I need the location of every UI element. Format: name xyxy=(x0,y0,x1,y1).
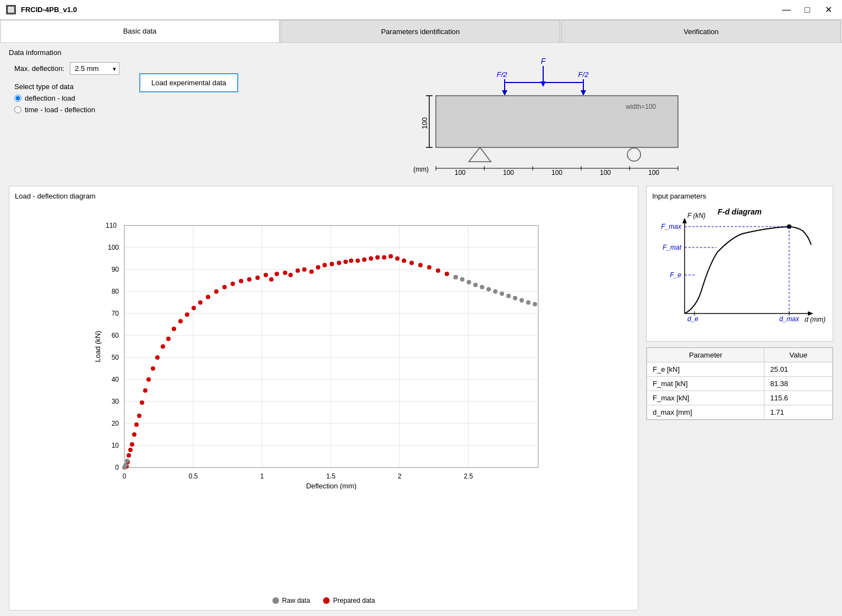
title-bar: 🔲 FRCID-4PB_v1.0 — □ ✕ xyxy=(0,0,842,20)
svg-marker-148 xyxy=(808,311,813,316)
svg-point-118 xyxy=(382,255,386,260)
app-title: FRCID-4PB_v1.0 xyxy=(21,6,77,14)
svg-point-94 xyxy=(214,289,218,294)
radio-time-load-deflection[interactable]: time - load - deflection xyxy=(14,106,119,114)
svg-point-111 xyxy=(337,261,341,265)
svg-point-84 xyxy=(151,366,155,371)
svg-point-88 xyxy=(172,327,176,331)
load-experimental-data-button[interactable]: Load experimental data xyxy=(139,73,238,92)
svg-point-142 xyxy=(526,300,531,305)
svg-point-90 xyxy=(185,312,189,317)
chart-container: Load - deflection diagram xyxy=(9,186,638,610)
svg-point-102 xyxy=(275,272,279,276)
svg-point-106 xyxy=(302,267,307,272)
svg-point-126 xyxy=(445,272,449,276)
data-info-left: Max. deflection: 2.5 mm 3.0 mm 4.0 mm Se… xyxy=(9,62,119,114)
svg-point-107 xyxy=(309,270,314,274)
svg-point-136 xyxy=(486,287,491,292)
beam-svg: F F/2 F/2 10 xyxy=(381,54,700,175)
beam-diagram: F F/2 F/2 10 xyxy=(247,48,833,180)
svg-point-99 xyxy=(255,276,260,280)
param-fmat-label: F_mat [kN] xyxy=(647,377,764,391)
params-table: Parameter Value F_e [kN] 25.01 F_mat [kN… xyxy=(646,347,833,420)
svg-text:F_mat: F_mat xyxy=(663,244,682,251)
svg-text:0: 0 xyxy=(115,464,119,471)
load-btn-area: Load experimental data xyxy=(128,62,238,92)
svg-text:110: 110 xyxy=(106,222,117,229)
svg-point-93 xyxy=(206,295,210,299)
svg-point-139 xyxy=(506,294,511,298)
maximize-button[interactable]: □ xyxy=(799,3,816,16)
svg-point-124 xyxy=(427,265,431,270)
svg-text:100: 100 xyxy=(420,117,429,129)
svg-marker-147 xyxy=(682,218,687,223)
tab-verification[interactable]: Verification xyxy=(561,20,841,42)
svg-point-131 xyxy=(453,275,458,279)
svg-text:100: 100 xyxy=(455,169,466,175)
svg-text:30: 30 xyxy=(112,398,119,405)
svg-text:F: F xyxy=(540,57,546,65)
svg-text:F_max: F_max xyxy=(661,223,682,230)
param-dmax-value: 1.71 xyxy=(764,405,833,420)
svg-point-101 xyxy=(269,277,274,282)
svg-point-80 xyxy=(137,414,141,418)
deflection-select-wrapper: 2.5 mm 3.0 mm 4.0 mm xyxy=(70,62,119,75)
col-header-parameter: Parameter xyxy=(647,348,764,362)
svg-point-120 xyxy=(395,256,400,261)
svg-text:d_max: d_max xyxy=(779,315,800,323)
deflection-select[interactable]: 2.5 mm 3.0 mm 4.0 mm xyxy=(70,62,119,75)
svg-point-115 xyxy=(362,257,367,262)
max-deflection-label: Max. deflection: xyxy=(14,64,64,73)
radio-time-load-input[interactable] xyxy=(14,106,21,113)
data-info-panel: Data information Max. deflection: 2.5 mm… xyxy=(9,48,238,180)
svg-point-78 xyxy=(132,432,136,437)
svg-point-100 xyxy=(264,273,268,277)
svg-point-108 xyxy=(316,265,320,270)
minimize-button[interactable]: — xyxy=(778,3,795,16)
fd-diagram: F-d diagram F (kN) d (mm) xyxy=(652,204,827,336)
radio-deflection-load-input[interactable] xyxy=(14,95,21,102)
svg-point-132 xyxy=(460,277,464,282)
table-row: F_max [kN] 115.6 xyxy=(647,391,833,405)
close-button[interactable]: ✕ xyxy=(820,3,836,16)
tab-params-id[interactable]: Parameters identification xyxy=(281,20,560,42)
svg-point-129 xyxy=(123,463,128,468)
svg-text:100: 100 xyxy=(503,169,514,175)
svg-text:width=100: width=100 xyxy=(625,103,655,111)
svg-point-137 xyxy=(493,289,497,294)
svg-text:20: 20 xyxy=(112,420,119,427)
legend-prepared: Prepared data xyxy=(323,597,375,604)
svg-text:50: 50 xyxy=(112,354,119,361)
svg-point-104 xyxy=(288,273,293,277)
svg-point-112 xyxy=(343,260,348,264)
svg-text:Deflection (mm): Deflection (mm) xyxy=(306,482,357,490)
svg-text:90: 90 xyxy=(112,266,119,273)
svg-point-122 xyxy=(409,261,414,265)
param-fmax-value: 115.6 xyxy=(764,391,833,405)
svg-point-19 xyxy=(627,148,641,161)
svg-point-133 xyxy=(467,280,471,284)
legend-raw-label: Raw data xyxy=(282,597,310,604)
svg-text:Load (kN): Load (kN) xyxy=(94,331,102,362)
svg-point-77 xyxy=(130,442,134,447)
svg-text:10: 10 xyxy=(112,442,119,449)
window-controls: — □ ✕ xyxy=(778,3,836,16)
main-content: Data information Max. deflection: 2.5 mm… xyxy=(0,43,842,616)
svg-point-91 xyxy=(192,306,196,310)
svg-point-125 xyxy=(436,268,440,273)
svg-text:80: 80 xyxy=(112,288,119,295)
radio-deflection-load[interactable]: deflection - load xyxy=(14,94,119,102)
svg-text:100: 100 xyxy=(600,169,611,175)
chart-title: Load - deflection diagram xyxy=(15,192,632,200)
tab-basic-data[interactable]: Basic data xyxy=(0,20,280,42)
data-info-title: Data information xyxy=(9,48,238,57)
input-params-title: Input parameters xyxy=(652,192,827,200)
svg-marker-18 xyxy=(469,147,491,162)
legend-raw: Raw data xyxy=(272,597,310,604)
right-panel: Input parameters F-d diagram F ( xyxy=(646,186,833,610)
bottom-section: Load - deflection diagram xyxy=(9,186,833,610)
svg-point-79 xyxy=(134,422,139,427)
chart-svg: 0 10 20 30 40 50 60 70 80 90 100 110 Loa… xyxy=(15,204,632,490)
svg-point-95 xyxy=(222,285,227,289)
svg-point-76 xyxy=(128,448,133,452)
